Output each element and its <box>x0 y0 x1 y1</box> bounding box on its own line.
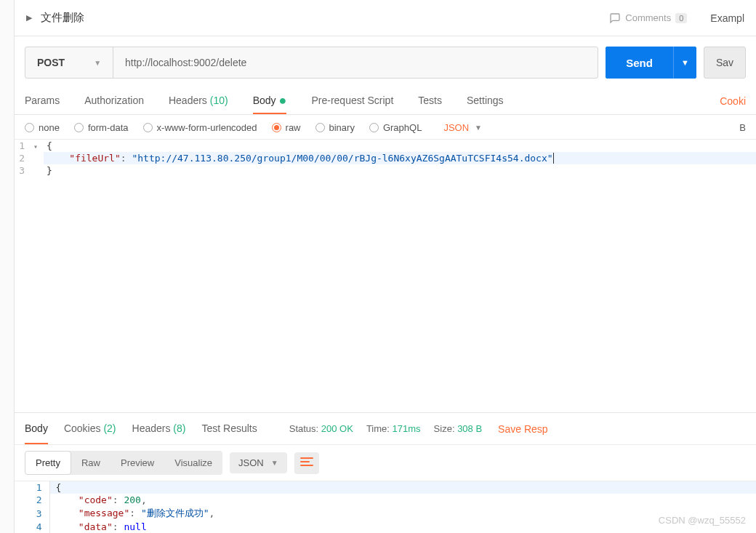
resp-tab-tests[interactable]: Test Results <box>201 413 257 444</box>
tab-authorization[interactable]: Authorization <box>84 87 144 114</box>
body-type-raw[interactable]: raw <box>272 122 301 133</box>
response-meta: Status: 200 OK Time: 171ms Size: 308 B <box>289 423 482 434</box>
save-response-button[interactable]: Save Resp <box>498 423 547 435</box>
beautify-button[interactable]: B <box>739 122 746 133</box>
raw-type-select[interactable]: JSON ▼ <box>443 122 482 133</box>
collapse-triangle-icon[interactable]: ▶ <box>26 13 32 23</box>
request-tabs: Params Authorization Headers (10) Body● … <box>15 87 756 115</box>
tab-settings[interactable]: Settings <box>467 87 504 114</box>
view-pretty[interactable]: Pretty <box>25 451 71 475</box>
response-view-row: Pretty Raw Preview Visualize JSON ▼ <box>15 444 756 481</box>
view-preview[interactable]: Preview <box>110 451 164 475</box>
radio-icon <box>74 123 84 132</box>
request-title: 文件删除 <box>41 11 84 25</box>
resp-tab-headers[interactable]: Headers (8) <box>132 413 186 444</box>
resp-tab-cookies[interactable]: Cookies (2) <box>64 413 116 444</box>
body-type-binary[interactable]: binary <box>315 122 355 133</box>
response-tabs: Body Cookies (2) Headers (8) Test Result… <box>15 412 756 444</box>
wrap-icon <box>300 457 313 467</box>
send-button[interactable]: Send <box>606 47 673 79</box>
url-input[interactable] <box>113 47 598 78</box>
comments-count: 0 <box>675 13 687 23</box>
body-type-urlencoded[interactable]: x-www-form-urlencoded <box>143 122 257 133</box>
fold-icon[interactable]: ▾ <box>31 143 38 151</box>
tab-prerequest[interactable]: Pre-request Script <box>311 87 393 114</box>
comments-label: Comments <box>625 12 671 23</box>
method-value: POST <box>37 57 65 68</box>
body-type-graphql[interactable]: GraphQL <box>369 122 422 133</box>
radio-icon <box>143 123 153 132</box>
left-gutter <box>0 0 15 533</box>
comments-button[interactable]: Comments 0 <box>609 12 687 24</box>
chevron-down-icon: ▼ <box>94 59 101 67</box>
tab-tests[interactable]: Tests <box>418 87 442 114</box>
time-value: 171ms <box>393 423 421 434</box>
response-format-select[interactable]: JSON ▼ <box>230 452 287 473</box>
resp-tab-body[interactable]: Body <box>25 413 48 444</box>
size-value: 308 B <box>457 423 482 434</box>
method-url-group: POST ▼ <box>25 47 598 79</box>
radio-icon <box>25 123 34 132</box>
tab-body[interactable]: Body● <box>253 87 287 114</box>
tab-params[interactable]: Params <box>25 87 60 114</box>
view-visualize[interactable]: Visualize <box>164 451 222 475</box>
radio-icon <box>272 123 281 132</box>
body-type-row: none form-data x-www-form-urlencoded raw… <box>15 115 756 140</box>
request-body-editor[interactable]: 1 ▾{ 2 "fileUrl": "http://47.113.80.250/… <box>15 140 756 412</box>
comment-icon <box>609 12 621 24</box>
method-select[interactable]: POST ▼ <box>25 47 113 78</box>
cookies-link[interactable]: Cooki <box>720 95 746 107</box>
response-body-editor[interactable]: 1{ 2 "code": 200, 3 "message": "删除文件成功",… <box>15 481 756 533</box>
body-type-formdata[interactable]: form-data <box>74 122 129 133</box>
status-value: 200 OK <box>321 423 353 434</box>
wrap-lines-button[interactable] <box>294 452 319 474</box>
save-button[interactable]: Sav <box>704 47 746 79</box>
tab-header: ▶ 文件删除 Comments 0 Exampl <box>15 0 756 36</box>
chevron-down-icon: ▼ <box>271 459 278 467</box>
examples-button[interactable]: Exampl <box>696 12 744 24</box>
send-dropdown-button[interactable]: ▼ <box>673 47 696 79</box>
view-raw[interactable]: Raw <box>71 451 110 475</box>
body-type-none[interactable]: none <box>25 122 60 133</box>
radio-icon <box>315 123 325 132</box>
tab-headers[interactable]: Headers (10) <box>169 87 228 114</box>
chevron-down-icon: ▼ <box>475 124 482 132</box>
radio-icon <box>369 123 379 132</box>
headers-count: (10) <box>210 95 228 106</box>
